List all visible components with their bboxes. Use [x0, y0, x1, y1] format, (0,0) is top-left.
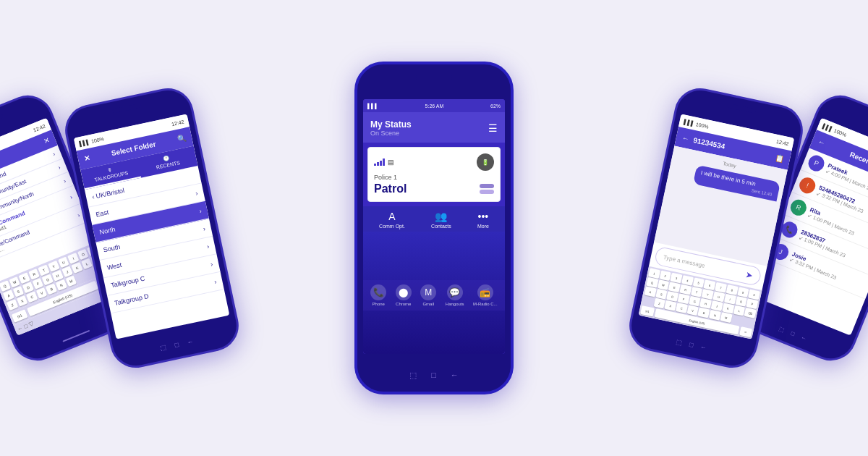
- comm-icon: A: [388, 211, 395, 222]
- recents-icon: 🕐: [163, 155, 170, 162]
- key-c[interactable]: C: [26, 291, 38, 303]
- notch: [727, 104, 756, 114]
- key-v[interactable]: V: [36, 287, 48, 299]
- nav-comm-opt[interactable]: A Comm Opt.: [379, 211, 405, 229]
- patrol-role: Patrol: [374, 182, 407, 195]
- patrol-card: ▤ 🔋 Police 1 Patrol: [367, 147, 501, 202]
- signal-label: ▤: [388, 159, 394, 166]
- nav-back[interactable]: ⬚: [159, 344, 167, 352]
- signal-bars: [374, 159, 385, 166]
- key-n[interactable]: N: [56, 279, 67, 291]
- notch: [864, 114, 868, 129]
- more-icon: •••: [478, 211, 489, 222]
- talkgroups-icon: 🎙: [107, 167, 113, 173]
- key-z[interactable]: Z: [7, 299, 18, 311]
- nav-recents3[interactable]: ←: [800, 334, 808, 342]
- nav-home3[interactable]: □: [790, 330, 796, 337]
- key-special2[interactable]: !#1: [640, 305, 655, 316]
- key-m[interactable]: M: [65, 275, 77, 287]
- signal-area: ▤ 🔋: [374, 153, 494, 171]
- back-icon3[interactable]: ←: [817, 138, 826, 148]
- app-hangouts[interactable]: 💬 Hangouts: [446, 284, 464, 306]
- nav-contacts[interactable]: 👥 Contacts: [431, 211, 451, 229]
- screen-decoration: 📞 Phone ⬤ Chrome M Gmail 💬: [363, 232, 505, 354]
- notch: [112, 104, 141, 114]
- nav-more[interactable]: ••• More: [477, 211, 489, 229]
- app-mradio[interactable]: 📻 M-Radio C...: [473, 284, 498, 306]
- avatar-num1: !: [797, 175, 818, 196]
- close-icon[interactable]: ✕: [42, 136, 51, 145]
- contact-icon2[interactable]: [480, 190, 494, 194]
- archive-icon[interactable]: 📋: [775, 153, 785, 163]
- nav-back3[interactable]: ⬚: [778, 325, 786, 333]
- chevron-icon: ›: [63, 177, 67, 184]
- bottom-nav: A Comm Opt. 👥 Contacts ••• More: [363, 206, 505, 232]
- police-label: Police 1: [374, 174, 494, 181]
- chevron-icon: ›: [77, 211, 81, 218]
- nav-home2[interactable]: □: [689, 341, 694, 349]
- phones-container: ▌▌▌ 100% 12:42 ← po ✕ Police/Command › P…: [0, 0, 868, 456]
- avatar-prateek: P: [806, 153, 827, 174]
- my-status-title: My Status: [370, 119, 412, 130]
- chevron-icon: ›: [206, 242, 210, 250]
- chevron-icon: ›: [213, 278, 217, 285]
- my-status-header: My Status On Scene ☰: [363, 112, 505, 143]
- home-bar: ⬚ □ ←: [409, 371, 459, 380]
- notch: [0, 114, 4, 129]
- list-icon[interactable]: ☰: [488, 122, 498, 134]
- nav-recents[interactable]: ←: [187, 338, 195, 347]
- screen-center: ▌▌▌ 5:26 AM 62% My Status On Scene ☰: [363, 99, 505, 354]
- avatar-rita: R: [788, 197, 809, 218]
- back-icon[interactable]: ←: [681, 134, 690, 143]
- chevron-icon: ›: [57, 164, 61, 171]
- chevron-icon: ›: [52, 151, 56, 157]
- key-enter[interactable]: ↵: [739, 326, 752, 337]
- my-status-subtitle: On Scene: [370, 130, 412, 137]
- chevron-icon: ›: [195, 190, 198, 197]
- nav-back2[interactable]: ⬚: [675, 338, 683, 347]
- key-b[interactable]: B: [46, 283, 57, 295]
- app-gmail[interactable]: M Gmail: [420, 284, 436, 306]
- nav-home[interactable]: □: [174, 341, 179, 349]
- chevron-icon: ›: [210, 261, 213, 268]
- send-icon[interactable]: ➤: [744, 269, 754, 281]
- app-phone[interactable]: 📞 Phone: [370, 284, 386, 306]
- contact-icon[interactable]: [480, 184, 494, 188]
- notch: [416, 75, 452, 80]
- key-x[interactable]: X: [16, 295, 27, 307]
- nav-recents2[interactable]: ←: [699, 343, 707, 352]
- chevron-icon: ›: [69, 193, 73, 200]
- search-icon[interactable]: 🔍: [176, 134, 187, 143]
- phone-number: 91234534: [692, 136, 726, 151]
- home-indicator[interactable]: [62, 330, 90, 342]
- battery-icon: 🔋: [477, 153, 494, 171]
- status-bar: ▌▌▌ 5:26 AM 62%: [363, 99, 505, 112]
- chevron-icon: ›: [203, 225, 206, 232]
- phone-center: ▌▌▌ 5:26 AM 62% My Status On Scene ☰: [354, 62, 514, 394]
- chat-input[interactable]: Type a message: [663, 253, 705, 269]
- nav-recents[interactable]: ←: [451, 371, 459, 380]
- contacts-icon: 👥: [435, 211, 447, 222]
- nav-home[interactable]: □: [431, 371, 436, 380]
- nav-back[interactable]: ⬚: [409, 371, 417, 380]
- close-icon[interactable]: ✕: [83, 154, 90, 163]
- app-chrome[interactable]: ⬤ Chrome: [396, 284, 412, 306]
- chevron-icon: ›: [199, 207, 203, 214]
